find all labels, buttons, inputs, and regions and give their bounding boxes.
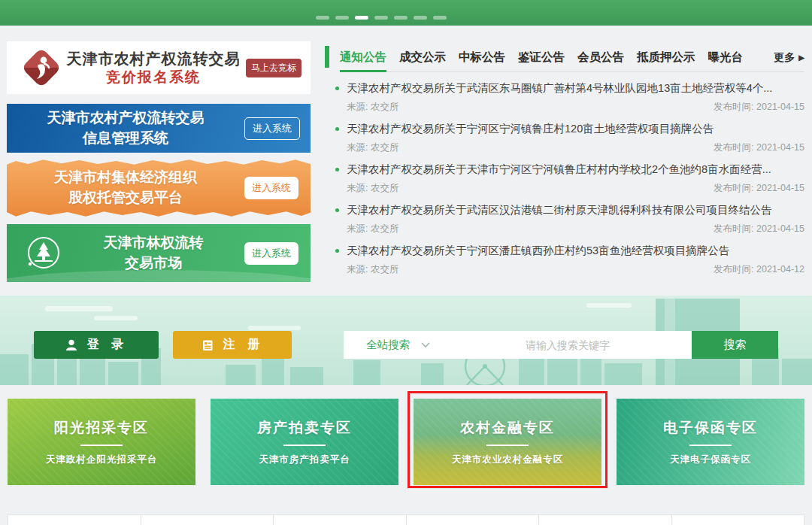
divider bbox=[486, 445, 529, 446]
tab-accent-bar bbox=[325, 46, 329, 68]
equity-banner-line1: 天津市村集体经济组织 bbox=[7, 168, 244, 188]
info-management-banner: 天津市农村产权流转交易 信息管理系统 进入系统 bbox=[7, 104, 311, 153]
page: 天津市农村产权流转交易 竞价报名系统 马上去竞标 天津市农村产权流转交易 信息管… bbox=[0, 0, 812, 525]
zone-card-property-auction[interactable]: 房产拍卖专区 天津市房产拍卖平台 bbox=[211, 399, 398, 485]
bottom-section-cell[interactable] bbox=[539, 515, 672, 525]
bullet-icon bbox=[335, 208, 339, 212]
divider bbox=[80, 445, 123, 446]
notice-link[interactable]: 天津农村产权交易所关于天津市宁河区宁河镇鲁庄村村内学校北2个鱼池约8亩水面经营.… bbox=[325, 159, 804, 180]
notice-meta: 来源: 农交所 发布时间: 2021-04-15 bbox=[325, 180, 804, 196]
divider bbox=[689, 445, 732, 446]
carousel-dot-3-active[interactable] bbox=[355, 16, 368, 20]
logo-title-line1: 天津市农村产权流转交易 bbox=[61, 50, 246, 68]
next-section-row bbox=[8, 514, 804, 525]
go-bid-button[interactable]: 马上去竞标 bbox=[246, 59, 301, 77]
notice-list: 天津农村产权交易所关于武清区东马圈镇广善村第4号林业队园地13亩土地经营权等4个… bbox=[325, 77, 804, 281]
search-scope-value: 全站搜索 bbox=[366, 338, 410, 352]
notice-link[interactable]: 天津农村产权交易所关于武清区汉沽港镇二街村原天津凯得利科技有限公司项目终结公告 bbox=[325, 199, 804, 220]
search-button[interactable]: 搜索 bbox=[692, 331, 778, 359]
carousel-dot-2[interactable] bbox=[335, 16, 349, 20]
bottom-section-cell[interactable] bbox=[8, 515, 141, 525]
carousel-dot-6[interactable] bbox=[414, 16, 427, 20]
info-banner-line1: 天津市农村产权流转交易 bbox=[7, 108, 244, 129]
tab-deal-publicity[interactable]: 成交公示 bbox=[399, 44, 446, 71]
search-scope-select[interactable]: 全站搜索 bbox=[344, 338, 444, 352]
equity-platform-title: 天津市村集体经济组织 股权托管交易平台 bbox=[7, 168, 244, 208]
equity-banner-line2: 股权托管交易平台 bbox=[7, 188, 244, 208]
list-item: 天津农村产权交易所关于天津市宁河区宁河镇鲁庄村村内学校北2个鱼池约8亩水面经营.… bbox=[325, 159, 804, 199]
carousel-indicators bbox=[316, 16, 447, 20]
bottom-section-cell[interactable] bbox=[407, 515, 540, 525]
carousel-dot-1[interactable] bbox=[316, 16, 329, 20]
site-logo-icon bbox=[22, 48, 61, 87]
notice-link[interactable]: 天津农村产权交易所关于宁河区宁河镇鲁庄村120亩土地经营权项目摘牌公告 bbox=[325, 118, 804, 139]
carousel-banner bbox=[0, 0, 812, 26]
bullet-icon bbox=[335, 168, 339, 171]
notice-tab-bar: 通知公告 成交公示 中标公告 鉴证公告 会员公告 抵质押公示 曝光台 更多 ▶ bbox=[340, 44, 804, 72]
notice-link[interactable]: 天津农村产权交易所关于武清区东马圈镇广善村第4号林业队园地13亩土地经营权等4个… bbox=[325, 77, 804, 99]
carousel-dot-5[interactable] bbox=[394, 16, 408, 20]
list-item: 天津农村产权交易所关于宁河区宁河镇鲁庄村120亩土地经营权项目摘牌公告 来源: … bbox=[325, 118, 804, 159]
special-zone-cards: 阳光招采专区 天津政村企阳光招采平台 房产拍卖专区 天津市房产拍卖平台 农村金融… bbox=[8, 399, 804, 485]
tab-member[interactable]: 会员公告 bbox=[577, 44, 624, 71]
list-item: 天津农村产权交易所关于武清区汉沽港镇二街村原天津凯得利科技有限公司项目终结公告 … bbox=[325, 199, 804, 240]
tab-authentication[interactable]: 鉴证公告 bbox=[518, 44, 565, 71]
search-hero-section: 登 录 注 册 全站搜索 搜索 bbox=[0, 296, 812, 385]
zone-card-sunshine-procurement[interactable]: 阳光招采专区 天津政村企阳光招采平台 bbox=[8, 399, 195, 485]
bullet-icon bbox=[335, 127, 339, 131]
notice-meta: 来源: 农交所 发布时间: 2021-04-15 bbox=[325, 220, 804, 237]
more-arrow-icon: ▶ bbox=[798, 53, 804, 62]
more-label: 更多 bbox=[774, 51, 795, 65]
forest-banner-line2: 交易市场 bbox=[62, 253, 244, 274]
carousel-dot-7[interactable] bbox=[433, 16, 447, 20]
equity-enter-system-button[interactable]: 进入系统 bbox=[244, 177, 298, 199]
info-management-title: 天津市农村产权流转交易 信息管理系统 bbox=[7, 108, 244, 148]
notice-link[interactable]: 天津农村产权交易所关于宁河区潘庄镇西孙庄村约53亩鱼池经营权项目摘牌公告 bbox=[325, 240, 804, 261]
chevron-down-icon bbox=[421, 342, 430, 348]
bottom-section-cell[interactable] bbox=[141, 515, 274, 525]
tab-exposure[interactable]: 曝光台 bbox=[708, 44, 744, 71]
id-card-icon bbox=[201, 338, 214, 352]
logo-title-line2: 竞价报名系统 bbox=[61, 68, 246, 86]
register-button[interactable]: 注 册 bbox=[173, 331, 292, 359]
bullet-icon bbox=[335, 86, 339, 90]
zone-card-electronic-guarantee[interactable]: 电子保函专区 天津电子保函专区 bbox=[617, 399, 804, 485]
bullet-icon bbox=[335, 249, 339, 253]
equity-platform-banner: 天津市村集体经济组织 股权托管交易平台 进入系统 bbox=[7, 157, 311, 219]
tab-winning-bid[interactable]: 中标公告 bbox=[459, 44, 505, 71]
bidding-system-title: 天津市农村产权流转交易 竞价报名系统 bbox=[61, 50, 246, 86]
carousel-dot-4[interactable] bbox=[374, 16, 388, 20]
tab-mortgage[interactable]: 抵质押公示 bbox=[637, 44, 695, 71]
notice-meta: 来源: 农交所 发布时间: 2021-04-12 bbox=[325, 261, 804, 278]
bidding-system-card: 天津市农村产权流转交易 竞价报名系统 马上去竞标 bbox=[7, 41, 311, 94]
person-icon bbox=[65, 338, 78, 352]
list-item: 天津农村产权交易所关于武清区东马圈镇广善村第4号林业队园地13亩土地经营权等4个… bbox=[325, 77, 804, 118]
divider bbox=[283, 445, 326, 446]
more-link[interactable]: 更多 ▶ bbox=[774, 51, 804, 65]
forest-banner-line1: 天津市林权流转 bbox=[62, 233, 244, 253]
notice-meta: 来源: 农交所 发布时间: 2021-04-15 bbox=[325, 99, 804, 115]
bottom-section-cell[interactable] bbox=[274, 515, 407, 525]
zone-card-rural-finance[interactable]: 农村金融专区 天津市农业农村金融专区 bbox=[414, 399, 601, 485]
login-button[interactable]: 登 录 bbox=[34, 331, 159, 359]
notice-meta: 来源: 农交所 发布时间: 2021-04-15 bbox=[325, 139, 804, 156]
tree-icon bbox=[25, 235, 62, 272]
forest-market-title: 天津市林权流转 交易市场 bbox=[62, 233, 244, 273]
bottom-section-cell[interactable] bbox=[672, 515, 804, 525]
forest-market-banner: 天津市林权流转 交易市场 进入系统 bbox=[7, 224, 311, 282]
highlight-annotation-box bbox=[408, 391, 607, 488]
site-search-bar: 全站搜索 搜索 bbox=[344, 331, 778, 359]
info-enter-system-button[interactable]: 进入系统 bbox=[244, 117, 300, 140]
search-input[interactable] bbox=[444, 338, 692, 352]
forest-enter-system-button[interactable]: 进入系统 bbox=[244, 242, 298, 265]
tab-notice-announcements[interactable]: 通知公告 bbox=[340, 44, 386, 71]
list-item: 天津农村产权交易所关于宁河区潘庄镇西孙庄村约53亩鱼池经营权项目摘牌公告 来源:… bbox=[325, 240, 804, 281]
info-banner-line2: 信息管理系统 bbox=[7, 129, 244, 149]
